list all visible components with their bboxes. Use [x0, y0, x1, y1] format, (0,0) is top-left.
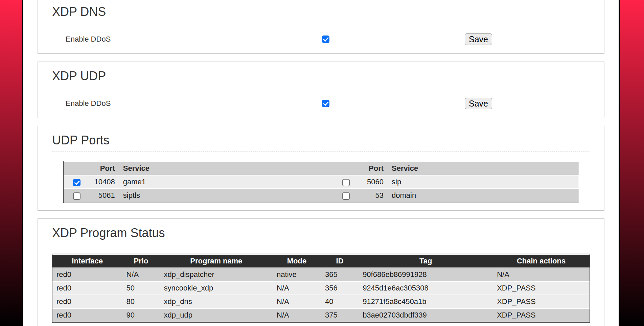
port-checkbox[interactable] [342, 179, 350, 186]
service-column-header: Service [388, 162, 578, 175]
panel-title: XDP DNS [52, 5, 590, 19]
program-name-cell: xdp_dns [160, 295, 273, 308]
port-cell: 10408 [90, 176, 119, 188]
xdp-status-table: InterfacePrioProgram nameModeIDTagChain … [52, 254, 590, 323]
port-cell: 5060 [359, 176, 388, 188]
save-button[interactable]: Save [465, 98, 492, 109]
port-column-header: Port [359, 162, 388, 175]
chain-actions-cell: N/A [493, 268, 590, 281]
udp-ports-header-row: PortServicePortService [64, 162, 579, 175]
service-cell: siptls [119, 189, 332, 202]
enable-ddos-checkbox[interactable] [322, 100, 329, 107]
interface-cell: red0 [52, 282, 122, 295]
port-checkbox-cell [332, 189, 359, 202]
port-checkbox-cell [64, 189, 90, 202]
id-cell: 375 [321, 309, 359, 322]
content-area: XDP DNS Enable DDoS Save XDP UDP Enable … [22, 0, 620, 326]
interface-cell: red0 [52, 295, 122, 308]
divider [52, 244, 590, 244]
table-row: red0N/Axdp_dispatchernative36590f686eb86… [52, 268, 590, 281]
tag-cell: 9245d1e6ac305308 [359, 282, 493, 295]
table-row: red090xdp_udpN/A375b3ae02703dbdf339XDP_P… [52, 309, 590, 322]
service-column-header: Service [119, 162, 332, 175]
service-cell: domain [388, 189, 578, 202]
table-row: 5061siptls53domain [64, 189, 579, 202]
id-cell: 40 [321, 295, 359, 308]
port-column-header: Port [90, 162, 119, 175]
divider [52, 151, 590, 152]
mode-column-header: Mode [273, 255, 321, 267]
program-name-column-header: Program name [160, 255, 273, 267]
table-row: red050syncookie_xdpN/A3569245d1e6ac30530… [52, 282, 590, 295]
divider [52, 87, 590, 87]
port-checkbox-cell [332, 176, 359, 188]
prio-column-header: Prio [122, 255, 160, 267]
port-checkbox-cell [64, 176, 90, 188]
interface-cell: red0 [52, 268, 122, 281]
id-column-header: ID [321, 255, 359, 267]
port-checkbox[interactable] [73, 179, 80, 186]
chain-actions-cell: XDP_PASS [493, 282, 590, 295]
program-name-cell: xdp_udp [160, 309, 273, 322]
enable-ddos-label: Enable DDoS [66, 35, 111, 44]
tag-cell: b3ae02703dbdf339 [359, 309, 493, 322]
program-name-cell: xdp_dispatcher [160, 268, 273, 281]
xdp-status-header-row: InterfacePrioProgram nameModeIDTagChain … [52, 255, 590, 267]
checkbox-column-header [64, 162, 90, 175]
panel-xdp-program-status: XDP Program Status InterfacePrioProgram … [38, 218, 604, 326]
prio-cell: N/A [122, 268, 160, 281]
service-cell: game1 [119, 176, 332, 188]
divider [52, 23, 590, 23]
panel-title: UDP Ports [52, 134, 590, 147]
program-name-cell: syncookie_xdp [160, 282, 273, 295]
enable-ddos-row: Enable DDoS Save [52, 32, 590, 46]
enable-ddos-checkbox[interactable] [322, 36, 329, 43]
chain-actions-cell: XDP_PASS [493, 309, 590, 322]
table-row: 10408game15060sip [64, 176, 579, 188]
mode-cell: N/A [273, 282, 321, 295]
id-cell: 365 [321, 268, 359, 281]
tag-column-header: Tag [359, 255, 493, 267]
save-button[interactable]: Save [465, 33, 492, 45]
enable-ddos-row: Enable DDoS Save [52, 97, 590, 110]
tag-cell: 90f686eb86991928 [359, 268, 493, 281]
service-cell: sip [388, 176, 578, 188]
mode-cell: N/A [273, 309, 321, 322]
panel-udp-ports: UDP Ports PortServicePortService 10408ga… [38, 126, 604, 211]
udp-ports-table: PortServicePortService 10408game15060sip… [63, 161, 579, 203]
tag-cell: 91271f5a8c450a1b [359, 295, 493, 308]
enable-ddos-label: Enable DDoS [66, 99, 111, 108]
checkbox-column-header [332, 162, 359, 175]
id-cell: 356 [321, 282, 359, 295]
interface-column-header: Interface [52, 255, 122, 267]
prio-cell: 80 [122, 295, 160, 308]
panel-xdp-dns: XDP DNS Enable DDoS Save [38, 0, 604, 54]
interface-cell: red0 [52, 309, 122, 322]
prio-cell: 90 [122, 309, 160, 322]
port-cell: 53 [359, 189, 388, 202]
table-row: red080xdp_dnsN/A4091271f5a8c450a1bXDP_PA… [52, 295, 590, 308]
mode-cell: N/A [273, 295, 321, 308]
chain-actions-column-header: Chain actions [493, 255, 590, 267]
panel-title: XDP UDP [52, 69, 590, 83]
panel-title: XDP Program Status [52, 226, 590, 240]
port-checkbox[interactable] [342, 192, 350, 200]
prio-cell: 50 [122, 282, 160, 295]
page-content: XDP DNS Enable DDoS Save XDP UDP Enable … [23, 0, 619, 326]
port-checkbox[interactable] [73, 192, 80, 200]
mode-cell: native [273, 268, 321, 281]
panel-xdp-udp: XDP UDP Enable DDoS Save [38, 62, 604, 118]
port-cell: 5061 [90, 189, 119, 202]
chain-actions-cell: XDP_PASS [493, 295, 590, 308]
